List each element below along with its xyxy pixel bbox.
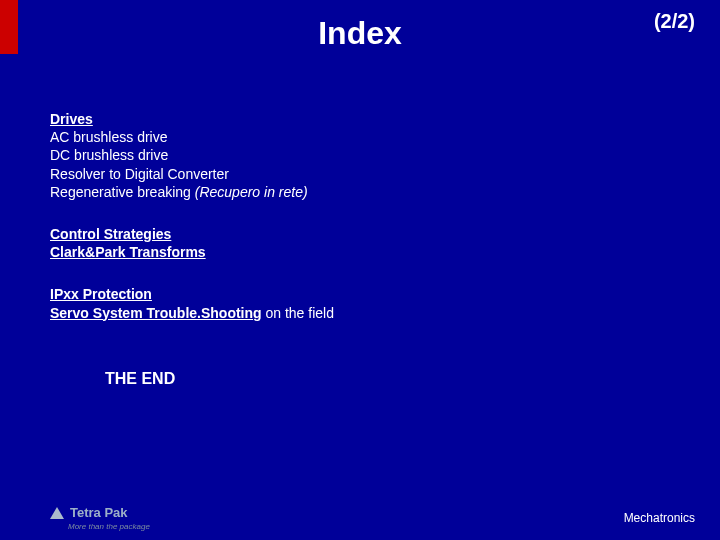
- control-strategies-link[interactable]: Control Strategies: [50, 226, 171, 242]
- page-indicator: (2/2): [654, 10, 695, 33]
- list-item: Regenerative breaking (Recupero in rete): [50, 183, 334, 201]
- slide: Index (2/2) Drives AC brushless drive DC…: [0, 0, 720, 540]
- drives-heading: Drives: [50, 110, 334, 128]
- servo-suffix: on the field: [262, 305, 334, 321]
- logo-tagline: More than the package: [68, 522, 150, 531]
- list-item: AC brushless drive: [50, 128, 334, 146]
- page-title: Index: [0, 15, 720, 52]
- footer-right: Mechatronics: [624, 511, 695, 525]
- regen-italic: (Recupero in rete): [195, 184, 308, 200]
- content-area: Drives AC brushless drive DC brushless d…: [50, 110, 334, 346]
- clark-park-link[interactable]: Clark&Park Transforms: [50, 244, 206, 260]
- end-text: THE END: [105, 370, 175, 388]
- ipxx-link[interactable]: IPxx Protection: [50, 286, 152, 302]
- logo-text: Tetra Pak: [70, 505, 128, 520]
- tetrapak-logo-icon: [50, 507, 64, 519]
- regen-prefix: Regenerative breaking: [50, 184, 195, 200]
- servo-troubleshooting-link[interactable]: Servo System Trouble.Shooting: [50, 305, 262, 321]
- footer-logo: Tetra Pak: [50, 505, 128, 520]
- control-block: Control Strategies Clark&Park Transforms: [50, 225, 334, 261]
- drives-block: Drives AC brushless drive DC brushless d…: [50, 110, 334, 201]
- ip-servo-block: IPxx Protection Servo System Trouble.Sho…: [50, 285, 334, 321]
- list-item: DC brushless drive: [50, 146, 334, 164]
- list-item: Resolver to Digital Converter: [50, 165, 334, 183]
